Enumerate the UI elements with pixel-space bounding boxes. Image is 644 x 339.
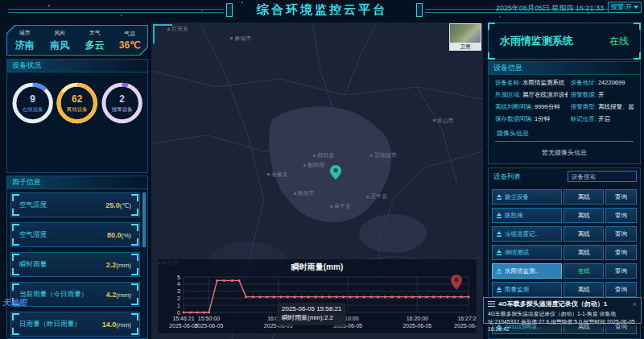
field-value: 水雨情监测系统 [522, 79, 565, 86]
field-label: 报警类型: [571, 103, 597, 110]
svg-text:2025-06-05: 2025-06-05 [402, 323, 431, 329]
weather-label: 风向 [54, 29, 65, 37]
svg-text:2025-06-05: 2025-06-05 [195, 323, 224, 329]
factor-info-header: 因子信息 [7, 176, 147, 189]
factor-unit: (℃) [120, 202, 131, 209]
device-name: 墒情测试 [505, 249, 529, 257]
device-name: 水雨情监测.. [505, 267, 539, 275]
chart-tooltip: 2025-06-05 15:58:21 瞬时雨量(mm):2.2 [277, 303, 346, 325]
svg-text:报警设备: 报警设备 [111, 106, 133, 113]
device-row: 墒情测试 离线 查询 [492, 245, 637, 260]
toast-body: 4G车载多探头温湿度记录仪（勿动）1-1-角度 设备地址:21045332,当前… [488, 310, 637, 333]
svg-text:15:50:00: 15:50:00 [198, 316, 220, 321]
factor-item[interactable]: 瞬时雨量 2.2(mm) [10, 252, 140, 277]
dashboard: 综合环境监控云平台 2025年06月05日 星期四 16:21:33 报警:开 [0, 0, 644, 339]
rainfall-chart-panel: 瞬时雨量(mm) 01234515:46:212025-06-0515:50:0… [158, 259, 477, 333]
factor-value: 2.2(mm) [106, 261, 131, 269]
close-icon[interactable]: × [633, 300, 637, 308]
factor-value: 4.2(mm) [106, 291, 131, 299]
alarm-toggle-label: 报警:开 [611, 2, 632, 12]
weather-cell: 气温 36℃ [113, 26, 148, 55]
query-button[interactable]: 查询 [605, 282, 637, 297]
field-value: 展厅在线演示设备... [522, 91, 568, 98]
weather-cell: 天气 多云 [77, 26, 113, 55]
device-info-field: 所属区域:展厅在线演示设备... [495, 91, 568, 99]
device-row: 水雨情监测.. 在线 查询 [492, 263, 637, 279]
alarm-toast: 4G车载多探头温湿度记录仪（勿动）1 × 4G车载多探头温湿度记录仪（勿动）1-… [483, 297, 642, 324]
camera-empty-message: 暂无摄像头信息 [489, 148, 640, 157]
factor-unit: (%) [122, 232, 131, 239]
factor-item[interactable]: 日雨量（昨日雨量） 14.0(mm) [10, 312, 140, 337]
query-button[interactable]: 查询 [605, 208, 637, 223]
satellite-layer-toggle[interactable]: 卫星 [449, 23, 481, 51]
field-value: 开 [598, 91, 605, 98]
device-row: 陈凯烽 离线 查询 [492, 208, 637, 223]
device-info-grid: 设备名称:水雨情监测系统 设备地址:24220699 所属区域:展厅在线演示设备… [489, 75, 640, 123]
field-value: 离线报警、超限报警 [598, 103, 634, 110]
svg-text:5: 5 [177, 275, 180, 280]
device-name-cell[interactable]: 水雨情监测.. [492, 263, 562, 279]
factor-unit: (mm) [116, 321, 131, 329]
device-name-cell[interactable]: 雨量监测 [492, 282, 562, 297]
svg-text:16:20:00: 16:20:00 [407, 316, 428, 321]
device-name-cell[interactable]: 冷链温度记.. [492, 226, 562, 242]
weather-items: 城市 济南 风向 南风 天气 多云 气温 36℃ [7, 26, 147, 55]
map-place-label: 永修县 [267, 171, 288, 179]
device-icon [496, 194, 502, 201]
svg-text:16:27:23: 16:27:23 [457, 316, 477, 321]
svg-text:离线设备: 离线设备 [67, 106, 88, 113]
system-status-badge: 在线 [609, 35, 629, 48]
factor-unit: (mm) [116, 291, 131, 299]
device-info-field: 标记位置:开启 [571, 115, 634, 123]
factor-item[interactable]: 当前雨量（今日雨量） 4.2(mm) [10, 282, 140, 307]
device-info-header: 设备信息 [489, 62, 640, 75]
field-value: 24220699 [598, 79, 625, 86]
toast-header: 4G车载多探头温湿度记录仪（勿动）1 × [488, 300, 637, 308]
camera-info-tab[interactable]: 摄像头信息 [497, 129, 529, 138]
factor-info-panel: 因子信息 空气温度 25.0(℃) 空气湿度 80.0(%) 瞬时雨量 2.2(… [6, 176, 148, 339]
factor-label: 当前雨量（今日雨量） [19, 290, 88, 300]
query-button[interactable]: 查询 [605, 189, 637, 205]
satellite-toggle-label: 卫星 [450, 43, 481, 50]
factor-item[interactable]: 空气温度 25.0(℃) [10, 192, 140, 217]
map-place-label: 都昌县 [313, 151, 334, 159]
device-name: 雨量监测 [505, 286, 529, 294]
field-label: 离线判断间隔: [495, 103, 533, 110]
factor-item[interactable]: 空气湿度 80.0(%) [10, 222, 140, 247]
svg-text:2025-06-05: 2025-06-05 [454, 323, 477, 329]
alarm-toggle-dropdown[interactable]: 报警:开 [608, 2, 642, 13]
weather-label: 气温 [124, 30, 135, 38]
device-search-input[interactable] [568, 171, 637, 182]
device-row: 雨量监测 离线 查询 [492, 282, 637, 297]
query-button[interactable]: 查询 [605, 245, 637, 260]
device-name: 冷链温度记.. [505, 230, 539, 238]
svg-text:15:46:21: 15:46:21 [172, 316, 194, 321]
device-name-cell[interactable]: 扬尘设备 [492, 189, 562, 205]
svg-text:2: 2 [119, 93, 125, 105]
device-info-field: 报警类型:离线报警、超限报警 [571, 103, 634, 111]
factor-scrollbar[interactable] [142, 192, 146, 335]
chart-title: 瞬时雨量(mm) [158, 262, 477, 273]
field-value: 9999分钟 [535, 103, 560, 110]
factor-scrollbar-thumb[interactable] [142, 192, 146, 247]
query-button[interactable]: 查询 [605, 226, 637, 242]
device-name: 扬尘设备 [505, 193, 529, 201]
system-panel[interactable]: 水雨情监测系统 在线 [488, 23, 641, 60]
svg-text:2: 2 [177, 296, 180, 301]
svg-text:4: 4 [177, 281, 180, 287]
field-label: 保存数据间隔: [495, 115, 533, 122]
query-button[interactable]: 查询 [605, 263, 637, 279]
map-place-label: 麻城市 [230, 35, 251, 43]
device-info-field: 离线判断间隔:9999分钟 [495, 103, 568, 111]
device-name-cell[interactable]: 陈凯烽 [492, 208, 562, 223]
device-name-cell[interactable]: 墒情测试 [492, 245, 562, 260]
map-place-label: 南昌市 [294, 189, 315, 197]
device-icon [496, 250, 502, 256]
device-icon [496, 231, 502, 238]
device-info-panel: 设备信息 设备名称:水雨情监测系统 设备地址:24220699 所属区域:展厅在… [488, 61, 641, 164]
tooltip-value: 瞬时雨量(mm):2.2 [282, 314, 341, 323]
weather-value: 多云 [85, 39, 105, 52]
device-list-title: 设备列表 [493, 172, 521, 182]
field-value: 1分钟 [535, 115, 550, 122]
field-label: 所属区域: [495, 91, 521, 98]
